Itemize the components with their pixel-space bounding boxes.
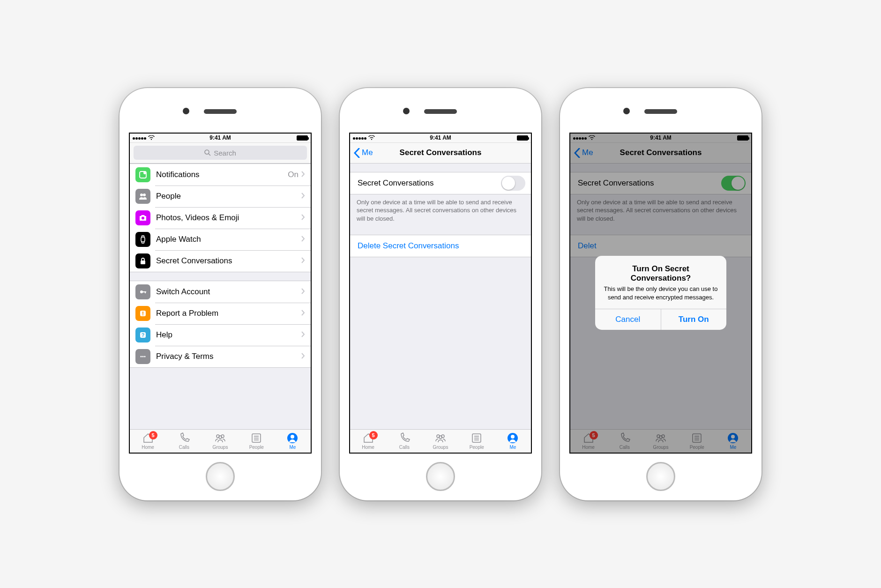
svg-rect-11 <box>145 291 146 293</box>
alert-icon <box>135 306 150 321</box>
tab-me[interactable]: Me <box>275 430 311 453</box>
tab-home[interactable]: 5 Home <box>350 430 386 453</box>
status-time: 9:41 AM <box>191 134 250 141</box>
home-button[interactable] <box>646 462 675 491</box>
tab-home[interactable]: 5 Home <box>130 430 166 453</box>
chevron-right-icon <box>301 235 305 244</box>
list-icon <box>470 432 483 444</box>
search-input[interactable]: Search <box>134 146 307 160</box>
delete-secret-row[interactable]: Delete Secret Conversations <box>350 235 531 257</box>
tab-label: People <box>249 445 264 450</box>
row-label: Secret Conversations <box>156 256 301 266</box>
chevron-right-icon <box>301 214 305 222</box>
screen-secret-alert: 9:41 AM Me Secret Conversations Secret C… <box>569 133 752 454</box>
row-label: Photos, Videos & Emoji <box>156 213 301 223</box>
svg-rect-13 <box>142 312 143 314</box>
svg-point-4 <box>140 194 143 196</box>
settings-list[interactable]: Notifications On People Photos, Videos &… <box>130 164 311 429</box>
wifi-icon <box>148 135 155 140</box>
home-badge: 5 <box>149 431 157 439</box>
tab-label: Home <box>362 445 374 450</box>
row-switch-account[interactable]: Switch Account <box>130 281 311 303</box>
phone-icon <box>178 432 190 444</box>
alert-dialog: Turn On Secret Conversations? This will … <box>595 256 726 330</box>
chevron-right-icon <box>301 288 305 296</box>
svg-point-18 <box>142 356 143 357</box>
row-help[interactable]: ? Help <box>130 324 311 346</box>
phone-1: 9:41 AM Search Notifications On <box>119 88 321 500</box>
alert-title: Turn On Secret Conversations? <box>603 264 719 283</box>
row-photos[interactable]: Photos, Videos & Emoji <box>130 207 311 229</box>
home-button[interactable] <box>426 462 455 491</box>
home-badge: 5 <box>369 431 378 439</box>
tab-calls[interactable]: Calls <box>386 430 422 453</box>
camera-icon <box>135 210 150 225</box>
secret-settings-content[interactable]: Secret Conversations Only one device at … <box>350 164 531 429</box>
status-bar: 9:41 AM <box>130 134 311 143</box>
alert-cancel-button[interactable]: Cancel <box>595 309 661 330</box>
svg-point-6 <box>142 216 144 219</box>
phone-camera <box>183 108 189 114</box>
svg-point-28 <box>291 435 294 439</box>
tab-label: Calls <box>179 445 189 450</box>
tab-groups[interactable]: Groups <box>422 430 458 453</box>
screen-me-settings: 9:41 AM Search Notifications On <box>129 133 312 454</box>
home-button[interactable] <box>206 462 235 491</box>
battery-icon <box>517 135 528 141</box>
svg-rect-8 <box>141 261 145 264</box>
secret-toggle-row[interactable]: Secret Conversations <box>350 172 531 194</box>
wifi-icon <box>368 135 375 140</box>
list-icon <box>250 432 262 444</box>
row-people[interactable]: People <box>130 186 311 207</box>
row-label: Apple Watch <box>156 235 301 244</box>
phone-speaker <box>424 109 457 114</box>
row-privacy-terms[interactable]: Privacy & Terms <box>130 346 311 367</box>
secret-toggle[interactable] <box>501 176 525 191</box>
tab-label: Me <box>289 445 296 450</box>
battery-icon <box>297 135 308 141</box>
row-label: Help <box>156 330 301 340</box>
lock-icon <box>135 253 150 268</box>
tab-me[interactable]: Me <box>495 430 531 453</box>
groups-icon <box>214 432 226 444</box>
alert-message: This will be the only device you can use… <box>603 285 719 301</box>
svg-point-19 <box>144 356 145 357</box>
alert-confirm-button[interactable]: Turn On <box>661 309 727 330</box>
svg-point-17 <box>140 356 142 357</box>
row-label: People <box>156 192 301 201</box>
row-apple-watch[interactable]: Apple Watch <box>130 229 311 250</box>
nav-title: Secret Conversations <box>350 148 531 157</box>
person-icon <box>507 432 519 444</box>
person-icon <box>286 432 299 444</box>
toggle-label: Secret Conversations <box>358 179 501 188</box>
chevron-right-icon <box>301 352 305 361</box>
row-label: Report a Problem <box>156 309 301 318</box>
delete-label: Delete Secret Conversations <box>358 241 525 251</box>
nav-bar: Me Secret Conversations <box>350 143 531 164</box>
svg-point-37 <box>511 435 515 439</box>
search-icon <box>204 149 211 156</box>
people-icon <box>135 189 150 204</box>
tab-label: Me <box>509 445 516 450</box>
chevron-right-icon <box>301 257 305 265</box>
tab-label: Calls <box>399 445 410 450</box>
svg-point-0 <box>205 150 209 154</box>
phone-speaker <box>204 109 237 114</box>
back-button[interactable]: Me <box>354 148 373 158</box>
tab-people[interactable]: People <box>239 430 275 453</box>
signal-dots-icon <box>133 134 147 141</box>
tab-people[interactable]: People <box>459 430 495 453</box>
row-secret-conversations[interactable]: Secret Conversations <box>130 250 311 272</box>
tab-label: People <box>470 445 484 450</box>
phone-icon <box>398 432 411 444</box>
svg-rect-14 <box>142 314 143 315</box>
signal-dots-icon <box>353 134 367 141</box>
tab-groups[interactable]: Groups <box>202 430 238 453</box>
notifications-icon <box>135 167 150 182</box>
svg-point-5 <box>143 194 146 196</box>
row-report-problem[interactable]: Report a Problem <box>130 303 311 324</box>
tab-calls[interactable]: Calls <box>166 430 202 453</box>
phone-3: 9:41 AM Me Secret Conversations Secret C… <box>560 88 762 500</box>
svg-text:?: ? <box>142 332 145 338</box>
row-notifications[interactable]: Notifications On <box>130 164 311 186</box>
